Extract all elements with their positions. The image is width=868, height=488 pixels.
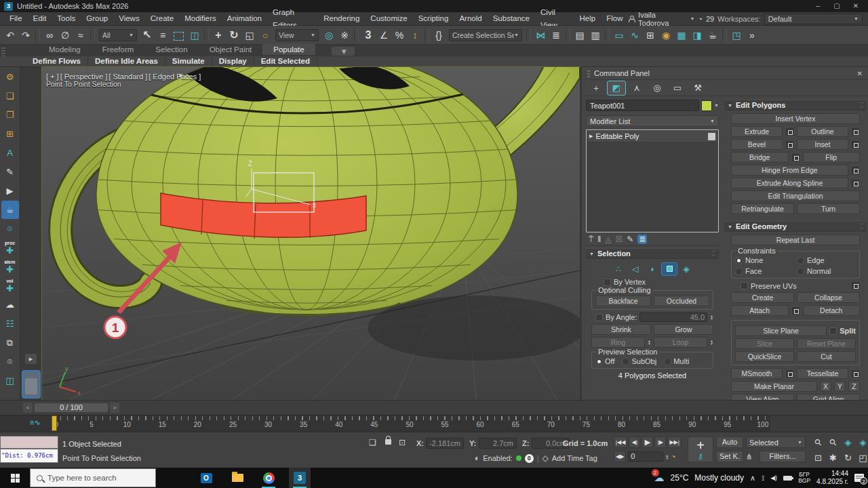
auto-key-button[interactable]: Auto xyxy=(716,436,743,448)
edge-subobject-icon[interactable]: ◁ xyxy=(628,263,643,275)
extrude-settings-button[interactable] xyxy=(785,127,794,136)
bevel-settings-button[interactable] xyxy=(785,140,794,149)
material-editor-icon[interactable]: ◉ xyxy=(658,28,673,43)
battery-icon[interactable] xyxy=(783,476,792,481)
previous-frame-button[interactable]: ◀| xyxy=(629,436,640,448)
taskbar-clock[interactable]: 14:44 4.8.2025 г. xyxy=(816,470,848,486)
workspace-dropdown[interactable]: Default ▼ xyxy=(764,14,863,24)
set-keys-button[interactable]: +⚷ xyxy=(688,436,713,462)
ring-spinner[interactable]: ▲▼ xyxy=(648,340,651,345)
edit-polygons-header[interactable]: ▼ Edit Polygons ⁚⁚ xyxy=(724,100,867,110)
expand-arrow-icon[interactable]: ▶ xyxy=(589,134,593,139)
preserve-uvs-checkbox[interactable] xyxy=(741,282,748,289)
curve-editor-icon[interactable]: ∿ xyxy=(627,28,642,43)
track-bar[interactable]: ≡∿ 0510152025303540455055606570758085909… xyxy=(0,415,868,432)
outline-settings-button[interactable] xyxy=(851,127,860,136)
menu-item[interactable]: File xyxy=(4,12,28,25)
frame-step-icon[interactable]: ◀▶ xyxy=(614,451,626,462)
attach-button[interactable]: Attach xyxy=(731,305,789,316)
light-lister-icon[interactable]: ⌾ xyxy=(1,220,19,238)
align-icon[interactable]: ≣ xyxy=(549,28,564,43)
y-coord-field[interactable]: 2.7cm xyxy=(479,438,517,449)
stack-item-editable-poly[interactable]: ▶ Editable Poly xyxy=(587,131,717,142)
menu-item[interactable]: Tools xyxy=(52,12,81,25)
filter-funnel-icon[interactable]: ▼ xyxy=(178,73,184,79)
schematic-view-icon[interactable]: ⊞ xyxy=(643,28,658,43)
edit-named-selection-sets-icon[interactable]: {} xyxy=(431,28,446,43)
selection-rollout-header[interactable]: ▼ Selection ⁚⁚ xyxy=(586,248,719,259)
notification-center-icon[interactable]: 2 xyxy=(854,474,864,482)
menu-item[interactable]: Help xyxy=(574,12,601,25)
mirror-icon[interactable]: ⋈ xyxy=(533,28,548,43)
constraint-edge-radio[interactable] xyxy=(797,257,804,264)
menu-item[interactable]: Create xyxy=(145,12,180,25)
time-slider-marker[interactable] xyxy=(52,415,57,431)
ribbon-tab[interactable]: Selection xyxy=(144,44,198,55)
create-tab-icon[interactable]: ＋ xyxy=(587,81,605,95)
bridge-button[interactable]: Bridge xyxy=(731,152,789,163)
view-align-button[interactable]: View Align xyxy=(731,394,794,400)
motion-tab-icon[interactable]: ◎ xyxy=(648,81,666,95)
macro-recorder-field[interactable] xyxy=(0,436,58,449)
ribbon-tab[interactable]: Object Paint xyxy=(199,44,263,55)
script-settings-icon[interactable]: ⚙ xyxy=(1,68,19,86)
zoom-region-icon[interactable]: ⊡ xyxy=(811,451,825,466)
quickslice-button[interactable]: QuickSlice xyxy=(735,351,794,362)
insert-vertex-button[interactable]: Insert Vertex xyxy=(731,113,860,124)
gallery-icon[interactable]: ⧉ xyxy=(1,333,19,352)
go-to-end-button[interactable]: ▶▶| xyxy=(667,436,681,448)
ribbon-subtab[interactable]: Define Flows xyxy=(26,56,88,66)
menu-item[interactable]: Edit xyxy=(28,12,52,25)
edit-geometry-header[interactable]: ▼ Edit Geometry ⁚⁚ xyxy=(724,221,867,232)
snaps-toggle-icon[interactable]: 3 xyxy=(361,28,376,43)
msmooth-settings-button[interactable] xyxy=(785,369,794,378)
ribbon-tab[interactable]: Modeling xyxy=(38,44,92,55)
alembic-create-icon[interactable]: alem✚ xyxy=(1,258,19,276)
time-configuration-icon[interactable]: ◔ xyxy=(671,452,675,462)
ribbon-subtab[interactable]: Simulate xyxy=(165,56,212,66)
reference-coordinate-system-dropdown[interactable]: View▼ xyxy=(275,29,319,41)
weather-desc[interactable]: Mostly cloudy xyxy=(694,473,744,483)
collapse-button[interactable]: Collapse xyxy=(797,292,860,303)
perspective-viewport[interactable]: Z x x y 1 [ + ][ Perspective ][ Standard… xyxy=(42,67,580,400)
chevron-down-icon[interactable]: ▼ xyxy=(714,103,719,108)
absolute-offset-icon[interactable]: ⊡ xyxy=(399,438,406,447)
undo-icon[interactable]: ↶ xyxy=(3,28,18,43)
reset-plane-button[interactable]: Reset Plane xyxy=(797,338,856,349)
make-planar-y-button[interactable]: Y xyxy=(834,381,846,392)
ribbon-subtab[interactable]: Define Idle Areas xyxy=(88,56,165,66)
flip-button[interactable]: Flip xyxy=(803,152,861,163)
msmooth-button[interactable]: MSmooth xyxy=(731,368,783,379)
mini-curve-editor-icon[interactable]: ≡∿ xyxy=(30,418,41,427)
window-crossing-icon[interactable]: ◫ xyxy=(187,28,202,43)
selection-lock-icon[interactable] xyxy=(385,439,391,445)
language-indicator[interactable]: БГР BGP xyxy=(798,472,810,484)
modifier-sets-list-icon[interactable]: ≣ xyxy=(637,235,647,244)
x-coord-field[interactable]: -2.181cm xyxy=(426,438,464,449)
adaptive-degradation-icon[interactable]: ◐ xyxy=(475,453,479,463)
hinge-settings-button[interactable] xyxy=(851,166,860,175)
preview-subobj-radio[interactable] xyxy=(622,358,629,365)
render-production-icon[interactable]: ☕ xyxy=(705,28,720,43)
redo-icon[interactable]: ↷ xyxy=(18,28,33,43)
loop-button[interactable]: Loop xyxy=(654,337,707,348)
bevel-button[interactable]: Bevel xyxy=(731,139,783,150)
constraint-normal-radio[interactable] xyxy=(797,268,804,275)
border-subobject-icon[interactable]: ◗ xyxy=(645,263,660,275)
modify-tab-icon[interactable]: ◩ xyxy=(608,81,625,95)
maximize-viewport-icon[interactable]: ◰ xyxy=(856,451,868,466)
preserve-uvs-settings-button[interactable] xyxy=(851,281,860,290)
ribbon-tab[interactable]: Populate xyxy=(262,44,315,55)
make-unique-icon[interactable]: ◬ xyxy=(605,235,611,244)
retriangulate-button[interactable]: Retriangulate xyxy=(731,203,794,214)
select-and-place-icon[interactable]: ○ xyxy=(258,28,273,43)
play-button[interactable]: ▶ xyxy=(642,436,653,448)
window-edit-icon[interactable]: ✎ xyxy=(1,163,19,181)
taskbar-chrome-icon[interactable] xyxy=(258,468,279,488)
next-frame-button[interactable]: |▶ xyxy=(654,436,666,448)
teapot-body[interactable] xyxy=(96,67,517,316)
populate-edit-icon[interactable]: ☷ xyxy=(1,314,19,333)
detach-button[interactable]: Detach xyxy=(803,305,861,316)
select-by-name-icon[interactable]: ≡ xyxy=(155,28,170,43)
rectangular-selection-region-icon[interactable] xyxy=(174,32,184,41)
